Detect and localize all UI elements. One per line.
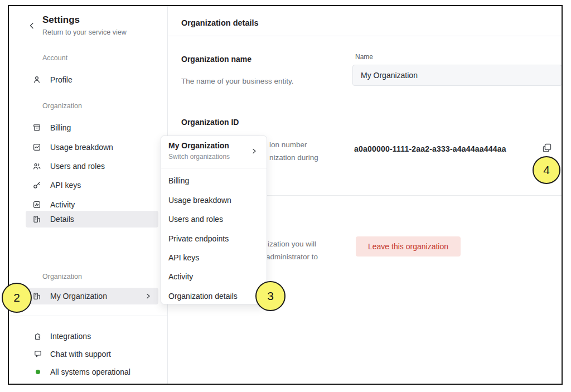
leave-organization-button[interactable]: Leave this organization — [356, 236, 461, 257]
sidebar-item-chat-with-support[interactable]: Chat with support — [26, 346, 163, 362]
header-divider — [167, 36, 562, 36]
leave-description-fragment-1: ization you will — [268, 240, 316, 248]
sidebar-item-label: API keys — [50, 181, 81, 190]
sidebar-item-label: Users and roles — [50, 162, 105, 171]
sidebar-item-label: Usage breakdown — [50, 143, 113, 152]
key-icon — [32, 181, 41, 190]
sidebar-item-label: Activity — [50, 200, 75, 209]
sidebar-footer-divider — [9, 316, 167, 316]
dropdown-org-title: My Organization — [168, 141, 229, 150]
back-chevron-icon[interactable] — [28, 22, 36, 30]
users-icon — [32, 162, 41, 171]
sidebar-item-users-and-roles[interactable]: Users and roles — [26, 158, 158, 175]
sidebar-item-label: Details — [50, 215, 74, 224]
sidebar-item-label: Chat with support — [50, 350, 111, 359]
organization-id-value: a0a00000-1111-2aa2-a333-a4a44aa444aa — [354, 144, 506, 153]
organization-name-input[interactable] — [352, 65, 562, 86]
menu-item-activity[interactable]: Activity — [161, 267, 267, 286]
usage-chart-icon — [32, 143, 41, 152]
sidebar-item-my-organization[interactable]: My Organization — [26, 288, 158, 304]
menu-item-usage-breakdown[interactable]: Usage breakdown — [161, 191, 267, 210]
org-id-description-fragment-2: nization during — [269, 153, 318, 162]
menu-item-billing[interactable]: Billing — [161, 171, 267, 190]
sidebar-item-api-keys[interactable]: API keys — [26, 177, 158, 193]
annotation-step-3: 3 — [255, 281, 286, 311]
dropdown-org-switcher[interactable]: My Organization Switch organizations — [161, 136, 267, 168]
leave-description-fragment-2: administrator to — [266, 253, 318, 261]
copy-icon[interactable] — [541, 142, 553, 154]
menu-item-users-and-roles[interactable]: Users and roles — [161, 210, 267, 229]
annotation-step-4: 4 — [533, 156, 560, 184]
annotation-step-2: 2 — [2, 283, 32, 313]
sidebar-item-billing[interactable]: Billing — [26, 119, 158, 136]
activity-icon — [32, 200, 41, 209]
app-window: Settings Return to your service view Acc… — [8, 5, 563, 385]
screenshot-root: Settings Return to your service view Acc… — [0, 0, 571, 392]
page-title: Organization details — [181, 18, 259, 27]
account-section-label: Account — [42, 54, 67, 62]
dropdown-org-subtitle: Switch organizations — [168, 153, 230, 161]
sidebar-item-integrations[interactable]: Integrations — [26, 328, 163, 344]
status-label: All systems operational — [50, 367, 130, 376]
chat-bubble-icon — [33, 350, 42, 359]
sidebar-item-usage-breakdown[interactable]: Usage breakdown — [26, 139, 158, 156]
org-name-section-description: The name of your business entity. — [181, 77, 294, 85]
menu-item-api-keys[interactable]: API keys — [161, 248, 267, 267]
sidebar-item-details[interactable]: Details — [26, 211, 158, 228]
sidebar-item-profile[interactable]: Profile — [26, 71, 158, 88]
puzzle-icon — [33, 332, 42, 341]
sidebar-item-label: Billing — [50, 123, 71, 132]
name-field-label: Name — [355, 53, 373, 61]
org-id-description-fragment-1: ion number — [269, 141, 307, 149]
menu-item-private-endpoints[interactable]: Private endpoints — [161, 229, 267, 248]
billing-icon — [32, 123, 41, 132]
sidebar-item-system-status[interactable]: All systems operational — [26, 364, 163, 380]
organization-dropdown-menu: My Organization Switch organizations Bil… — [161, 135, 267, 304]
dropdown-divider — [161, 168, 267, 168]
sidebar-item-label: Profile — [50, 75, 72, 84]
organization-section-label: Organization — [42, 102, 82, 110]
chevron-right-icon — [145, 293, 152, 299]
sidebar-item-label: Integrations — [50, 332, 91, 341]
person-icon — [32, 75, 41, 84]
menu-item-organization-details[interactable]: Organization details — [161, 287, 267, 306]
org-name-section-title: Organization name — [181, 55, 251, 64]
settings-title: Settings — [42, 14, 80, 26]
settings-subtitle[interactable]: Return to your service view — [42, 28, 127, 36]
sidebar-item-label: My Organization — [50, 292, 107, 301]
building-icon — [32, 292, 41, 301]
green-status-dot — [36, 370, 40, 374]
org-switcher-section-label: Organization — [42, 273, 82, 280]
org-id-section-title: Organization ID — [181, 118, 239, 127]
chevron-right-icon — [251, 148, 258, 154]
building-icon — [32, 215, 41, 224]
